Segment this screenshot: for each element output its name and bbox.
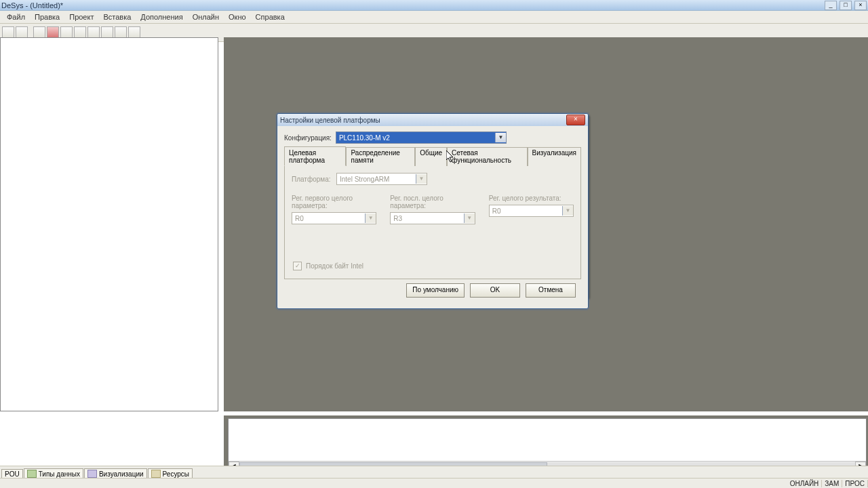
configuration-label: Конфигурация: — [284, 134, 332, 142]
menu-online[interactable]: Онлайн — [189, 12, 223, 22]
chevron-down-icon: ▼ — [416, 174, 427, 184]
platform-label: Платформа: — [292, 176, 332, 183]
platform-value: Intel StrongARM — [337, 176, 416, 183]
main-titlebar: DeSys - (Untitled)* _ □ × — [0, 0, 868, 11]
intel-byte-order-label: Порядок байт Intel — [306, 262, 363, 270]
status-bar: ОНЛАЙН ЗАМ ПРОС — [0, 478, 868, 488]
menu-help[interactable]: Справка — [252, 12, 289, 22]
tab-visual[interactable]: Визуализации — [84, 468, 147, 479]
tab-target-platform[interactable]: Целевая платформа — [284, 146, 346, 166]
intel-byte-order-checkbox: ✓ — [293, 262, 302, 270]
tab-memory[interactable]: Распределение памяти — [346, 147, 415, 166]
menu-addons[interactable]: Дополнения — [136, 12, 186, 22]
defaults-button[interactable]: По умолчанию — [406, 283, 465, 298]
intel-byte-order-row: ✓ Порядок байт Intel — [293, 262, 363, 270]
ok-button[interactable]: OK — [470, 283, 520, 298]
tab-icon — [87, 470, 97, 478]
app-title: DeSys - (Untitled)* — [1, 1, 63, 9]
chevron-down-icon: ▼ — [464, 214, 475, 223]
reg3-label: Рег. целого результата: — [489, 195, 574, 202]
platform-combo: Intel StrongARM ▼ — [336, 173, 427, 185]
reg2-label: Рег. посл. целого параметра: — [390, 195, 475, 209]
menu-window[interactable]: Окно — [224, 12, 250, 22]
reg2-combo: R3 ▼ — [390, 212, 475, 224]
maximize-button[interactable]: □ — [840, 1, 852, 10]
dialog-footer: По умолчанию OK Отмена — [284, 279, 581, 303]
menu-file[interactable]: Файл — [3, 12, 29, 22]
reg1-value: R0 — [292, 215, 365, 222]
tab-general[interactable]: Общие — [415, 147, 447, 166]
tab-visualization[interactable]: Визуализация — [528, 147, 581, 166]
chevron-down-icon: ▼ — [562, 206, 573, 216]
status-zam: ЗАМ — [822, 480, 842, 487]
cancel-button[interactable]: Отмена — [526, 283, 576, 298]
output-area: ◄ ► — [224, 415, 868, 473]
dialog-titlebar[interactable]: Настройки целевой платформы × — [277, 114, 588, 126]
tab-types[interactable]: Типы данных — [24, 468, 83, 479]
target-settings-dialog: Настройки целевой платформы × Конфигурац… — [277, 113, 589, 309]
menu-insert[interactable]: Вставка — [99, 12, 135, 22]
tab-network[interactable]: Сетевая функциональность — [447, 147, 527, 166]
bottom-tabstrip: POU Типы данных Визуализации Ресурсы — [0, 466, 868, 479]
chevron-down-icon[interactable]: ▼ — [495, 133, 506, 142]
dialog-close-button[interactable]: × — [566, 115, 585, 125]
tab-icon — [27, 470, 37, 478]
menu-edit[interactable]: Правка — [31, 12, 64, 22]
tab-resources[interactable]: Ресурсы — [148, 468, 193, 479]
tree-panel — [0, 37, 218, 411]
tab-page-target: Платформа: Intel StrongARM ▼ Рег. первог… — [284, 166, 581, 279]
reg1-label: Рег. первого целого параметра: — [292, 195, 376, 209]
dialog-title: Настройки целевой платформы — [280, 117, 380, 124]
dialog-tabstrip: Целевая платформа Распределение памяти О… — [284, 146, 581, 166]
reg3-combo: R0 ▼ — [489, 205, 574, 217]
output-panel: ◄ ► — [228, 418, 867, 472]
status-prog: ПРОС — [842, 480, 868, 487]
configuration-combo[interactable]: PLC110.30-M v2 ▼ — [336, 131, 507, 144]
menu-bar: Файл Правка Проект Вставка Дополнения Он… — [0, 11, 868, 24]
close-button[interactable]: × — [854, 1, 867, 10]
status-online: ОНЛАЙН — [787, 480, 823, 487]
menu-project[interactable]: Проект — [65, 12, 98, 22]
minimize-button[interactable]: _ — [825, 1, 837, 10]
chevron-down-icon: ▼ — [365, 214, 376, 223]
reg2-value: R3 — [391, 215, 463, 222]
tab-pou[interactable]: POU — [1, 469, 23, 479]
reg1-combo: R0 ▼ — [292, 212, 376, 224]
reg3-value: R0 — [490, 207, 562, 215]
tab-icon — [151, 470, 161, 478]
configuration-value: PLC110.30-M v2 — [336, 134, 495, 142]
